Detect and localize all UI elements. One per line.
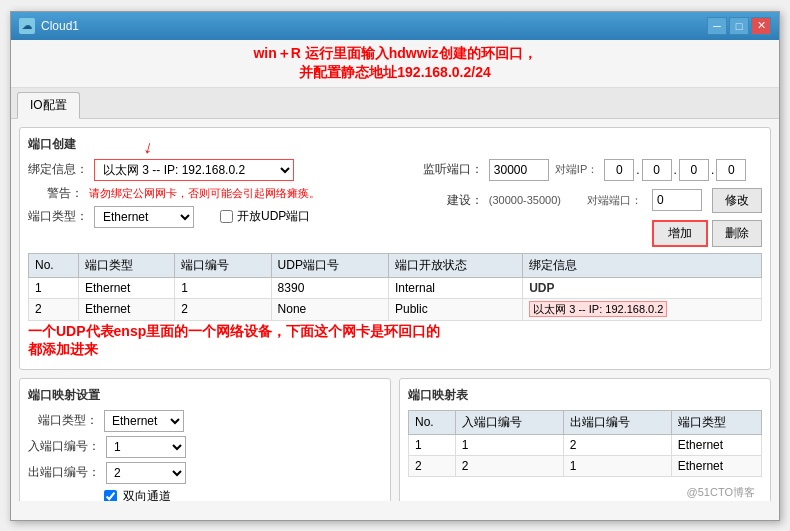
- row1-udp-port: 8390: [271, 277, 388, 298]
- map-col-in: 入端口编号: [455, 410, 563, 434]
- out-port-row: 出端口编号： 2: [28, 462, 382, 484]
- row1-port-no: 1: [175, 277, 271, 298]
- mapping-settings-title: 端口映射设置: [28, 387, 382, 404]
- peer-port-label: 对端端口：: [587, 193, 642, 208]
- row2-binding: 以太网 3 -- IP: 192.168.0.2: [523, 298, 762, 320]
- map-row2-type: Ethernet: [671, 455, 761, 476]
- annotation-bar: win＋R 运行里面输入hdwwiz创建的环回口， 并配置静态地址192.168…: [11, 40, 779, 88]
- add-delete-row: 增加 删除: [413, 220, 762, 247]
- binding-select[interactable]: 以太网 3 -- IP: 192.168.0.2: [94, 159, 294, 181]
- binding-row: 绑定信息： ↓ 以太网 3 -- IP: 192.168.0.2: [28, 159, 401, 181]
- minimize-button[interactable]: ─: [707, 17, 727, 35]
- mapping-table-title: 端口映射表: [408, 387, 762, 404]
- binding-select-container: ↓ 以太网 3 -- IP: 192.168.0.2: [94, 159, 294, 181]
- col-binding: 绑定信息: [523, 253, 762, 277]
- map-col-type: 端口类型: [671, 410, 761, 434]
- peer-ip-3[interactable]: [679, 159, 709, 181]
- port-table: No. 端口类型 端口编号 UDP端口号 端口开放状态 绑定信息 1 Ether…: [28, 253, 762, 321]
- title-bar: ☁ Cloud1 ─ □ ✕: [11, 12, 779, 40]
- row2-status: Public: [388, 298, 522, 320]
- map-row1-out: 2: [563, 434, 671, 455]
- in-port-label: 入端口编号：: [28, 438, 100, 455]
- row1-binding: UDP: [523, 277, 762, 298]
- out-port-select[interactable]: 2: [106, 462, 186, 484]
- annotation-line1: win＋R 运行里面输入hdwwiz创建的环回口，: [19, 44, 771, 64]
- peer-ip-row: . . .: [604, 159, 746, 181]
- map-col-no: No.: [409, 410, 456, 434]
- binding-label: 绑定信息：: [28, 161, 88, 178]
- row1-no: 1: [29, 277, 79, 298]
- watermark: @51CTO博客: [0, 483, 763, 502]
- warning-label: 警告：: [28, 185, 83, 202]
- port-creation-title: 端口创建: [28, 136, 762, 153]
- build-port-row: 建设： (30000-35000) 对端端口： 修改: [413, 188, 762, 213]
- map-row2-out: 1: [563, 455, 671, 476]
- mapping-table: No. 入端口编号 出端口编号 端口类型 1 1 2 Ethernet: [408, 410, 762, 477]
- peer-ip-label: 对端IP：: [555, 162, 598, 177]
- col-type: 端口类型: [79, 253, 175, 277]
- out-port-label: 出端口编号：: [28, 464, 100, 481]
- peer-port-input[interactable]: [652, 189, 702, 211]
- table-row[interactable]: 1 1 2 Ethernet: [409, 434, 762, 455]
- map-port-type-row: 端口类型： Ethernet: [28, 410, 382, 432]
- annotation2: 一个UDP代表ensp里面的一个网络设备，下面这个网卡是环回口的 都添加进来: [28, 321, 762, 361]
- listen-range: (30000-35000): [489, 194, 561, 206]
- map-row2-in: 2: [455, 455, 563, 476]
- map-row1-no: 1: [409, 434, 456, 455]
- row2-no: 2: [29, 298, 79, 320]
- tab-io[interactable]: IO配置: [17, 92, 80, 119]
- row2-udp-port: None: [271, 298, 388, 320]
- map-row2-no: 2: [409, 455, 456, 476]
- window-title: Cloud1: [41, 19, 707, 33]
- udp-checkbox-label: 开放UDP端口: [237, 208, 310, 225]
- close-button[interactable]: ✕: [751, 17, 771, 35]
- annotation-line2: 并配置静态地址192.168.0.2/24: [19, 63, 771, 83]
- listen-port-input[interactable]: [489, 159, 549, 181]
- col-no: No.: [29, 253, 79, 277]
- build-label: 建设：: [413, 192, 483, 209]
- window-icon: ☁: [19, 18, 35, 34]
- warning-text: 请勿绑定公网网卡，否则可能会引起网络瘫痪。: [89, 186, 320, 201]
- col-status: 端口开放状态: [388, 253, 522, 277]
- annotation2-line2: 都添加进来: [28, 341, 762, 359]
- warning-row: 警告： 请勿绑定公网网卡，否则可能会引起网络瘫痪。: [28, 185, 401, 202]
- listen-port-label: 监听端口：: [413, 161, 483, 178]
- port-creation-section: 端口创建 绑定信息： ↓ 以太网 3 -- IP: 192.168.0.2: [19, 127, 771, 370]
- table-row[interactable]: 2 Ethernet 2 None Public 以太网 3 -- IP: 19…: [29, 298, 762, 320]
- port-type-select[interactable]: Ethernet: [94, 206, 194, 228]
- map-row1-in: 1: [455, 434, 563, 455]
- in-port-select[interactable]: 1: [106, 436, 186, 458]
- tabs-container: IO配置: [11, 88, 779, 119]
- maximize-button[interactable]: □: [729, 17, 749, 35]
- peer-ip-4[interactable]: [716, 159, 746, 181]
- in-port-row: 入端口编号： 1: [28, 436, 382, 458]
- row1-type: Ethernet: [79, 277, 175, 298]
- col-udp-port: UDP端口号: [271, 253, 388, 277]
- port-type-row: 端口类型： Ethernet 开放UDP端口: [28, 206, 401, 228]
- row1-status: Internal: [388, 277, 522, 298]
- modify-button[interactable]: 修改: [712, 188, 762, 213]
- map-port-type-label: 端口类型：: [28, 412, 98, 429]
- annotation2-line1: 一个UDP代表ensp里面的一个网络设备，下面这个网卡是环回口的: [28, 323, 762, 341]
- add-port-button[interactable]: 增加: [652, 220, 708, 247]
- map-col-out: 出端口编号: [563, 410, 671, 434]
- udp-checkbox[interactable]: [220, 210, 233, 223]
- main-content: 端口创建 绑定信息： ↓ 以太网 3 -- IP: 192.168.0.2: [11, 119, 779, 501]
- col-port-no: 端口编号: [175, 253, 271, 277]
- table-row[interactable]: 1 Ethernet 1 8390 Internal UDP: [29, 277, 762, 298]
- map-port-type-select[interactable]: Ethernet: [104, 410, 184, 432]
- port-type-label: 端口类型：: [28, 208, 88, 225]
- row2-port-no: 2: [175, 298, 271, 320]
- main-window: ☁ Cloud1 ─ □ ✕ win＋R 运行里面输入hdwwiz创建的环回口，…: [10, 11, 780, 521]
- window-controls: ─ □ ✕: [707, 17, 771, 35]
- table-row[interactable]: 2 2 1 Ethernet: [409, 455, 762, 476]
- peer-ip-1[interactable]: [604, 159, 634, 181]
- port-creation-left: 绑定信息： ↓ 以太网 3 -- IP: 192.168.0.2 警告： 请勿绑…: [28, 159, 401, 247]
- delete-port-button[interactable]: 删除: [712, 220, 762, 247]
- port-creation-right: 监听端口： 对端IP： . . .: [413, 159, 762, 247]
- row2-type: Ethernet: [79, 298, 175, 320]
- listen-port-row: 监听端口： 对端IP： . . .: [413, 159, 762, 181]
- peer-ip-2[interactable]: [642, 159, 672, 181]
- map-row1-type: Ethernet: [671, 434, 761, 455]
- udp-checkbox-row: 开放UDP端口: [220, 208, 310, 225]
